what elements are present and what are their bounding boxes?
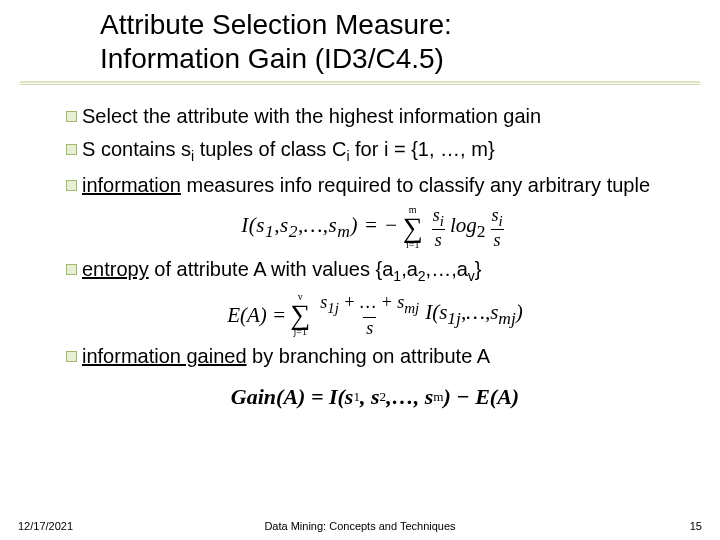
bullet-icon (60, 136, 82, 166)
bullet-3: information measures info required to cl… (60, 172, 690, 199)
title-block: Attribute Selection Measure: Information… (0, 0, 720, 75)
bullet-3-text: information measures info required to cl… (82, 172, 690, 199)
bullet-icon (60, 172, 82, 199)
bullet-4: entropy of attribute A with values {a1,a… (60, 256, 690, 286)
bullet-icon (60, 103, 82, 130)
bullet-4-text: entropy of attribute A with values {a1,a… (82, 256, 690, 286)
content-area: Select the attribute with the highest in… (0, 85, 720, 412)
bullet-2: S contains si tuples of class Ci for i =… (60, 136, 690, 166)
equation-entropy: E(A) = v∑j=1 s1j + … + smj s I(s1j,…,smj… (60, 292, 690, 337)
footer: 12/17/2021 Data Mining: Concepts and Tec… (0, 520, 720, 532)
bullet-1: Select the attribute with the highest in… (60, 103, 690, 130)
bullet-5-text: information gained by branching on attri… (82, 343, 690, 370)
slide: Attribute Selection Measure: Information… (0, 0, 720, 540)
equation-gain: Gain(A) = I(s1, s2,…, sm) − E(A) (60, 382, 690, 412)
slide-title-line2: Information Gain (ID3/C4.5) (100, 42, 700, 76)
footer-title: Data Mining: Concepts and Techniques (0, 520, 720, 532)
slide-title-line1: Attribute Selection Measure: (100, 8, 700, 42)
bullet-2-text: S contains si tuples of class Ci for i =… (82, 136, 690, 166)
bullet-1-text: Select the attribute with the highest in… (82, 103, 690, 130)
title-underline (20, 81, 700, 85)
bullet-icon (60, 256, 82, 286)
bullet-5: information gained by branching on attri… (60, 343, 690, 370)
equation-information: I(s1,s2,…,sm) = − m∑i=1 sis log2 sis (60, 205, 690, 250)
bullet-icon (60, 343, 82, 370)
